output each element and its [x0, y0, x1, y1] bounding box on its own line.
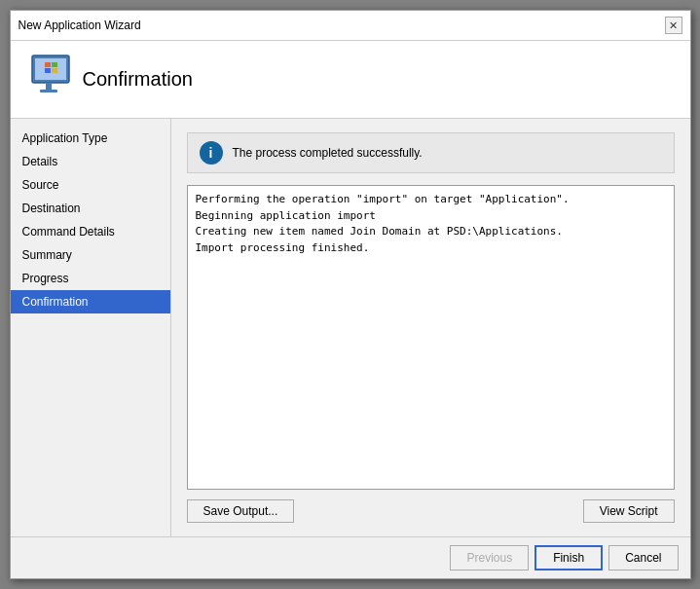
success-message: The process completed successfully.	[233, 146, 423, 160]
sidebar-item-application-type[interactable]: Application Type	[11, 127, 170, 150]
main-window: New Application Wizard ✕ Confirmation Ap…	[10, 10, 691, 579]
sidebar-item-progress[interactable]: Progress	[11, 267, 170, 290]
title-bar: New Application Wizard ✕	[11, 11, 690, 41]
header-area: Confirmation	[11, 41, 690, 119]
window-title: New Application Wizard	[18, 18, 141, 32]
success-bar: i The process completed successfully.	[187, 132, 675, 173]
svg-rect-2	[46, 83, 52, 91]
computer-icon	[26, 52, 83, 108]
finish-button[interactable]: Finish	[534, 545, 603, 571]
footer: Previous Finish Cancel	[11, 536, 690, 578]
output-textbox[interactable]: Performing the operation "import" on tar…	[187, 185, 675, 490]
info-icon: i	[200, 141, 223, 165]
content-area: Application Type Details Source Destinat…	[11, 119, 690, 536]
sidebar-item-source[interactable]: Source	[11, 173, 170, 197]
sidebar: Application Type Details Source Destinat…	[11, 119, 171, 536]
sidebar-item-destination[interactable]: Destination	[11, 197, 170, 220]
svg-rect-3	[40, 90, 57, 92]
page-title: Confirmation	[83, 68, 193, 91]
view-script-button[interactable]: View Script	[583, 499, 675, 523]
sidebar-item-command-details[interactable]: Command Details	[11, 220, 170, 243]
main-content-panel: i The process completed successfully. Pe…	[171, 119, 690, 536]
output-line: Creating new item named Join Domain at P…	[196, 224, 666, 240]
svg-rect-6	[45, 68, 51, 73]
action-row: Save Output... View Script	[187, 499, 675, 523]
svg-rect-7	[52, 68, 57, 73]
sidebar-item-confirmation[interactable]: Confirmation	[11, 290, 170, 313]
previous-button[interactable]: Previous	[450, 545, 529, 571]
output-line: Beginning application import	[196, 208, 666, 225]
svg-rect-5	[52, 62, 57, 67]
sidebar-item-details[interactable]: Details	[11, 150, 170, 173]
close-button[interactable]: ✕	[665, 17, 682, 34]
output-line: Performing the operation "import" on tar…	[196, 192, 666, 208]
output-line: Import processing finished.	[196, 240, 666, 257]
svg-rect-4	[45, 62, 51, 67]
cancel-button[interactable]: Cancel	[608, 545, 678, 571]
save-output-button[interactable]: Save Output...	[187, 499, 295, 523]
sidebar-item-summary[interactable]: Summary	[11, 243, 170, 267]
